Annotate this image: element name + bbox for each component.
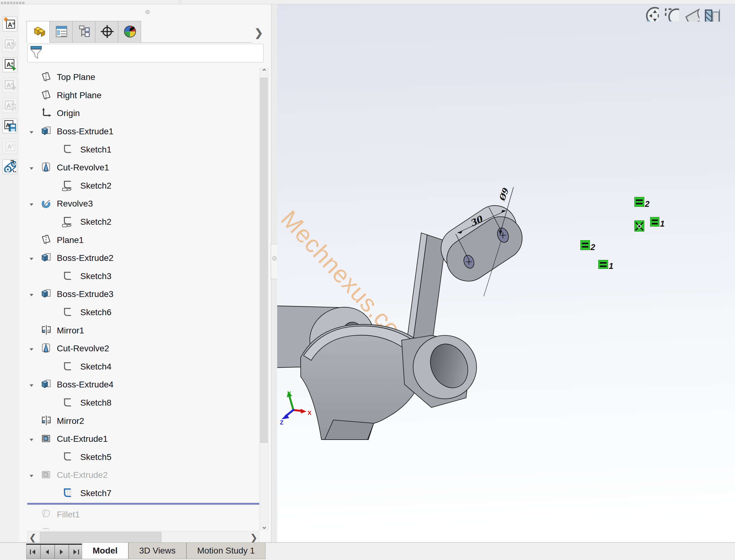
- last-tab-button[interactable]: [69, 545, 83, 559]
- rollback-bar[interactable]: [27, 503, 259, 505]
- tab-model[interactable]: Model: [82, 543, 128, 559]
- equal-constraint-badge[interactable]: [634, 197, 644, 207]
- zoom-to-area-button[interactable]: [662, 4, 679, 25]
- tab-3d-views[interactable]: 3D Views: [128, 543, 186, 559]
- panel-collapse-dot[interactable]: [145, 10, 150, 14]
- tree-item-revolve3[interactable]: Revolve3: [27, 195, 259, 213]
- filter-funnel-icon: [30, 45, 43, 61]
- sketch-icon: [61, 307, 73, 319]
- tree-item-origin[interactable]: Origin: [27, 104, 259, 123]
- tree-item-boss-extrude2[interactable]: Boss-Extrude2: [27, 249, 259, 267]
- tree-item-label: Cut-Extrude2: [57, 470, 108, 480]
- tree-item-right-plane[interactable]: Right Plane: [27, 86, 259, 105]
- previous-tab-button[interactable]: [40, 545, 55, 559]
- plane-icon: [41, 234, 52, 246]
- tree-item-boss-extrude4[interactable]: Boss-Extrude4: [27, 376, 259, 394]
- propertymanager-tab[interactable]: [50, 21, 73, 43]
- next-tab-button[interactable]: [55, 545, 69, 559]
- part-geometry[interactable]: [277, 206, 522, 440]
- equal-constraint-badge[interactable]: [580, 240, 590, 250]
- tab-navigation-buttons: [26, 544, 83, 559]
- shaft[interactable]: [325, 420, 374, 440]
- tab-motion-study-1[interactable]: Motion Study 1: [186, 543, 266, 559]
- annotation-toolbar: A° A° A° A° A° A° A°: [0, 4, 19, 196]
- tree-item-cut-revolve1[interactable]: Cut-Revolve1: [27, 159, 259, 177]
- zoom-to-area-icon: [662, 17, 679, 23]
- annotation-view-save-button[interactable]: A°: [2, 119, 17, 133]
- scrollbar-thumb[interactable]: [260, 78, 268, 443]
- tree-item-mirror2[interactable]: Mirror2: [27, 412, 259, 430]
- sketch-icon: [61, 397, 73, 409]
- dimension-d9[interactable]: Ø9: [497, 186, 511, 203]
- scroll-right-icon[interactable]: ❯: [250, 533, 258, 542]
- tree-item-sketch5[interactable]: Sketch5: [27, 448, 259, 466]
- tree-item-sketch1[interactable]: Sketch1: [27, 140, 259, 159]
- feature-tree: Top Plane Right Plane Origin Boss-Extrud…: [27, 68, 259, 529]
- dimxpert-icon: [100, 24, 114, 39]
- tree-item-sketch3[interactable]: Sketch3: [27, 267, 259, 286]
- tree-vertical-scrollbar[interactable]: ⌃ ⌄: [259, 68, 269, 530]
- sketch-icon: [61, 361, 73, 373]
- tree-item-plane1[interactable]: Plane1: [27, 231, 259, 249]
- zoom-to-fit-button[interactable]: [641, 4, 659, 25]
- expand-arrow-icon[interactable]: [29, 437, 34, 443]
- scroll-down-icon[interactable]: ⌄: [261, 523, 266, 529]
- first-tab-button[interactable]: [26, 545, 40, 559]
- tree-item-sketch2[interactable]: Sketch2: [27, 213, 259, 231]
- expand-arrow-icon[interactable]: [29, 166, 34, 172]
- annotation-view-edit-icon: A°: [4, 38, 16, 51]
- annotation-view-insert-button[interactable]: A°: [2, 57, 17, 72]
- tree-item-sketch4[interactable]: Sketch4: [27, 358, 259, 376]
- bottom-tab-bar: Model3D ViewsMotion Study 1: [0, 542, 735, 560]
- tree-item-fillet1[interactable]: Fillet1: [27, 505, 259, 524]
- expand-arrow-icon[interactable]: [29, 130, 34, 136]
- tree-item-cut-extrude1[interactable]: Cut-Extrude1: [27, 430, 259, 448]
- tree-item-label: Sketch2: [80, 181, 111, 191]
- section-view-button[interactable]: [703, 4, 720, 25]
- features-icon: [31, 24, 45, 39]
- feature-manager-panel: ❯ Top Plane Right Plane Origin Boss-Extr…: [19, 4, 271, 542]
- document-tabs: Model3D ViewsMotion Study 1: [82, 543, 265, 559]
- panel-splitter[interactable]: [271, 4, 278, 542]
- tab-overflow-chevron[interactable]: ❯: [254, 27, 267, 39]
- feature-panel-tabs: [27, 21, 252, 43]
- part-model[interactable]: 30 Ø9 Y X Z: [277, 4, 735, 542]
- tree-item-boss-extrude3[interactable]: Boss-Extrude3: [27, 285, 259, 303]
- expand-arrow-icon[interactable]: [29, 202, 34, 208]
- tree-item-label: Boss-Extrude2: [57, 253, 114, 263]
- tree-item-boss-extrude1[interactable]: Boss-Extrude1: [27, 123, 259, 141]
- constraint-group-number: 1: [660, 219, 665, 229]
- displaymanager-tab[interactable]: [118, 21, 141, 43]
- featuremanager-tree-tab[interactable]: [27, 21, 50, 43]
- tree-item-sketch6[interactable]: Sketch6: [27, 303, 259, 322]
- expand-arrow-icon[interactable]: [29, 474, 34, 479]
- tree-item-top-plane[interactable]: Top Plane: [27, 68, 259, 86]
- tree-filter-box[interactable]: [27, 44, 264, 62]
- tree-item-sketch2[interactable]: Sketch2: [27, 177, 259, 195]
- tree-item-cut-revolve2[interactable]: Cut-Revolve2: [27, 340, 259, 358]
- fix-constraint-badge[interactable]: [634, 220, 644, 232]
- expand-arrow-icon[interactable]: [29, 257, 34, 262]
- tree-item-mirror1[interactable]: Mirror1: [27, 321, 259, 340]
- equal-constraint-badge[interactable]: [598, 260, 608, 269]
- configurationmanager-tab[interactable]: [73, 21, 95, 43]
- dimxpertmanager-tab[interactable]: [95, 21, 118, 43]
- equal-constraint-badge[interactable]: [650, 217, 659, 227]
- annotation-view-new-button[interactable]: A°: [2, 17, 17, 31]
- scroll-up-icon[interactable]: ⌃: [261, 69, 266, 75]
- tree-item-sketch7[interactable]: Sketch7: [27, 484, 259, 503]
- tree-item-label: Sketch4: [80, 362, 111, 372]
- tree-item-sketch8[interactable]: Sketch8: [27, 394, 259, 412]
- expand-arrow-icon[interactable]: [29, 347, 34, 353]
- expand-arrow-icon[interactable]: [29, 383, 34, 389]
- toolbar-grip[interactable]: [1, 2, 24, 4]
- annotation-view-save-icon: A°: [4, 119, 16, 133]
- display-icon: [123, 24, 136, 39]
- scroll-left-icon[interactable]: ❮: [29, 533, 37, 542]
- viewport-3d[interactable]: Mechnexus.com: [277, 4, 735, 543]
- tree-item-cut-extrude2[interactable]: Cut-Extrude2: [27, 466, 259, 484]
- previous-view-button[interactable]: [682, 4, 700, 25]
- expand-arrow-icon[interactable]: [29, 293, 34, 298]
- splitter-knob-icon[interactable]: [272, 256, 277, 261]
- belt-chain-button[interactable]: [2, 159, 17, 174]
